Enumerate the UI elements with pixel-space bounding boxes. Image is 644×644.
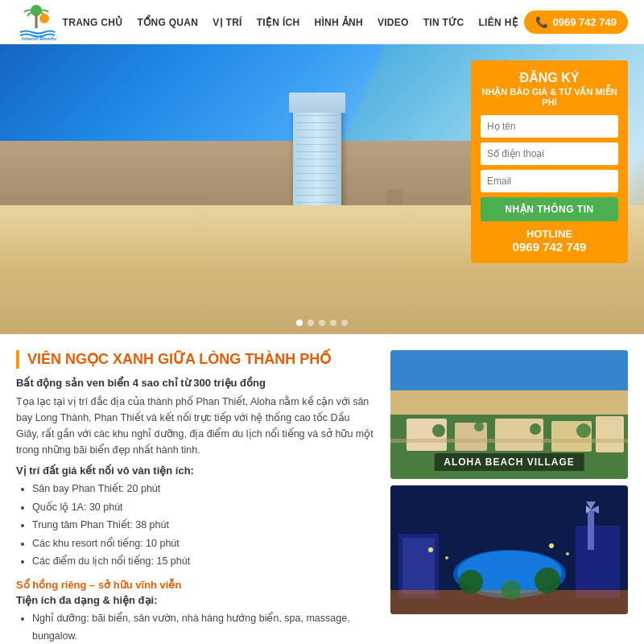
hero-section: ĐĂNG KÝ NHẬN BÁO GIÁ & TƯ VẤN MIỄN PHÍ N… [0, 44, 644, 334]
dot-1[interactable] [296, 320, 303, 326]
svg-rect-10 [495, 419, 543, 451]
hero-dots [296, 320, 348, 326]
svg-point-31 [566, 552, 569, 555]
hotline-label: HOTLINE [481, 228, 618, 240]
svg-point-35 [535, 568, 560, 593]
svg-point-28 [428, 547, 433, 552]
property-image-2 [390, 485, 628, 614]
form-title: ĐĂNG KÝ [481, 70, 618, 87]
nav-item-hinh-anh[interactable]: HÌNH ẢNH [314, 16, 362, 28]
svg-rect-6 [390, 390, 628, 415]
nav-item-tin-tuc[interactable]: TIN TỨC [423, 16, 464, 28]
dot-3[interactable] [319, 320, 325, 326]
dot-4[interactable] [330, 320, 336, 326]
svg-point-16 [530, 423, 541, 435]
submit-button[interactable]: NHẬN THÔNG TIN [481, 197, 618, 221]
resort-image [390, 485, 628, 614]
svg-point-17 [576, 423, 591, 438]
content-right: ALOHA BEACH VILLAGE [390, 350, 628, 644]
logo-icon: Island Realty [16, 4, 56, 40]
svg-point-33 [459, 570, 483, 594]
nav-item-video[interactable]: VIDEO [378, 16, 409, 28]
list-item: Các điểm du lịch nổi tiếng: 15 phút [32, 552, 374, 571]
beach-image-label: ALOHA BEACH VILLAGE [434, 453, 584, 471]
content-left: VIÊN NGỌC XANH GIỮA LÒNG THÀNH PHỐ Bất đ… [16, 350, 390, 644]
amenities-title: Tiện ích đa dạng & hiện đại: [16, 594, 374, 606]
svg-rect-22 [402, 538, 435, 594]
svg-text:Island Realty: Island Realty [22, 36, 56, 40]
beach-image: ALOHA BEACH VILLAGE [390, 350, 628, 479]
list-item: Trung tâm Phan Thiết: 38 phút [32, 516, 374, 535]
list-item: Nghỉ dưỡng: bãi biển, sân vườn, nhà hàng… [32, 609, 374, 644]
dot-5[interactable] [341, 320, 348, 326]
list-item: Các khu resort nổi tiếng: 10 phút [32, 535, 374, 553]
hotline-number: 0969 742 749 [481, 240, 618, 254]
location-list: Sân bay Phan Thiết: 20 phút Quốc lộ 1A: … [16, 480, 374, 571]
nav-item-lien-he[interactable]: LIÊN HỆ [478, 16, 518, 28]
nav-item-trang-chu[interactable]: TRANG CHỦ [63, 16, 123, 28]
svg-point-34 [502, 580, 521, 600]
svg-point-2 [39, 14, 49, 23]
svg-rect-24 [588, 510, 594, 550]
resort-svg [390, 485, 628, 614]
ownership-title: Sổ hồng riêng – sở hữu vĩnh viễn [16, 579, 374, 591]
name-input[interactable] [481, 115, 618, 138]
hotline-button[interactable]: 📞 0969 742 749 [524, 10, 628, 34]
svg-point-15 [474, 422, 484, 431]
svg-point-14 [432, 424, 445, 437]
list-item: Quốc lộ 1A: 30 phút [32, 498, 374, 517]
svg-rect-13 [390, 439, 628, 443]
main-nav: TRANG CHỦ TỔNG QUAN VỊ TRÍ TIỆN ÍCH HÌNH… [63, 16, 518, 28]
registration-form: ĐĂNG KÝ NHẬN BÁO GIÁ & TƯ VẤN MIỄN PHÍ N… [471, 60, 628, 263]
svg-rect-12 [596, 416, 624, 452]
nav-item-tong-quan[interactable]: TỔNG QUAN [138, 16, 199, 28]
content-subtitle: Bất động sản ven biển 4 sao chỉ từ 300 t… [16, 377, 374, 389]
section-title: VIÊN NGỌC XANH GIỮA LÒNG THÀNH PHỐ [16, 350, 374, 369]
amenities-list: Nghỉ dưỡng: bãi biển, sân vườn, nhà hàng… [16, 609, 374, 644]
content-section: VIÊN NGỌC XANH GIỮA LÒNG THÀNH PHỐ Bất đ… [0, 334, 644, 644]
phone-input[interactable] [481, 142, 618, 165]
phone-icon: 📞 [535, 16, 548, 28]
svg-rect-23 [576, 526, 620, 598]
svg-point-29 [445, 556, 448, 559]
nav-item-vi-tri[interactable]: VỊ TRÍ [213, 16, 242, 28]
nav-item-tien-ich[interactable]: TIỆN ÍCH [257, 16, 300, 28]
email-input[interactable] [481, 170, 618, 192]
form-subtitle: NHẬN BÁO GIÁ & TƯ VẤN MIỄN PHÍ [481, 87, 618, 107]
svg-rect-5 [390, 350, 628, 390]
tower-top [289, 93, 345, 113]
location-title: Vị trí đất giá kết nối vô vàn tiện ích: [16, 464, 374, 477]
list-item: Sân bay Phan Thiết: 20 phút [32, 480, 374, 498]
svg-point-30 [549, 543, 554, 548]
header: Island Realty TRANG CHỦ TỔNG QUAN VỊ TRÍ… [0, 0, 644, 44]
property-image-1: ALOHA BEACH VILLAGE [390, 350, 628, 479]
logo[interactable]: Island Realty [16, 4, 56, 40]
dot-2[interactable] [308, 320, 314, 326]
content-description: Tọa lạc tại vị trí đắc địa của thành phố… [16, 394, 374, 458]
